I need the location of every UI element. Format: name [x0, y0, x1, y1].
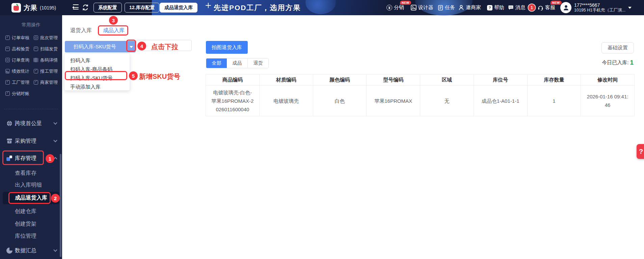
chevron-down-icon[interactable] [628, 7, 632, 10]
menu-distribution[interactable]: ¥ 分销 NEW [386, 0, 404, 15]
quick-scan-ship[interactable]: 扫描发货 [34, 43, 60, 54]
app-screen: 方果 (10195) 系统配置 12.库存配置 成品退货入库 先进POD工厂，选… [0, 0, 644, 259]
sidebar-item-create-shelf[interactable]: 创建货架 [15, 220, 36, 228]
nav-button-inventory-config[interactable]: 12.库存配置 [125, 3, 159, 13]
top-header: 方果 (10195) 系统配置 12.库存配置 成品退货入库 先进POD工厂，选… [0, 0, 644, 15]
quick-qc-inspect[interactable]: 品检验货 [5, 43, 34, 54]
avatar [560, 2, 571, 13]
barcode-icon [34, 58, 38, 62]
scan-ship-icon [34, 47, 38, 51]
nav-button-finished-return-inbound[interactable]: 成品退货入库 [160, 3, 197, 13]
quick-performance-stats[interactable]: 绩效统计 [5, 66, 34, 77]
tab-finished-inbound[interactable]: 成品入库 [103, 25, 125, 36]
menu-designer[interactable]: 设计器 [411, 0, 433, 15]
annotation-tip-frame [136, 40, 192, 51]
pie-chart-icon [6, 248, 12, 254]
refresh-icon[interactable] [82, 4, 89, 12]
cell-product-code: 电镀玻璃壳-白色-苹果16PROMAX-2026011600040 [206, 86, 260, 116]
reconcile-icon [5, 91, 10, 96]
user-phone: 177****5667 [574, 3, 625, 8]
dropdown-item-scan-sku[interactable]: 扫码入库-SKU货号 [64, 73, 130, 83]
filter-finished[interactable]: 成品 [227, 58, 248, 68]
col-location: 库位号 [474, 74, 527, 86]
filter-all[interactable]: 全部 [206, 58, 227, 68]
chevron-down-icon [53, 138, 57, 142]
person-icon [563, 4, 569, 11]
col-modified-time: 修改时间 [581, 74, 635, 86]
sparkle-icon [206, 3, 211, 8]
annotation-step3: 3 [109, 16, 118, 25]
quick-batch-manage[interactable]: 批次管理 [34, 32, 60, 43]
batch-manage-icon [34, 36, 38, 40]
quick-actions-grid: 订单审核 批次管理 品检验货 扫描发货 订单查询 条码详情 绩效统计 报工管理 … [5, 32, 60, 99]
col-material-code: 材质编码 [259, 74, 313, 86]
filter-returned[interactable]: 退货 [248, 58, 268, 68]
menu-messages[interactable]: 消息 1 [508, 0, 535, 15]
globe-icon [6, 120, 12, 126]
user-account[interactable]: 177****5667 10195 H1手机壳（工厂演... [560, 0, 632, 15]
work-report-icon [34, 69, 38, 73]
basic-settings-button[interactable]: 基础设置 [601, 42, 634, 53]
photo-return-inbound-button[interactable]: 拍图退货入库 [206, 41, 248, 54]
quick-barcode-detail[interactable]: 条码详情 [34, 54, 60, 66]
quick-order-review[interactable]: 订单审核 [5, 32, 34, 43]
sidebar-item-location-manage[interactable]: 库位管理 [15, 233, 36, 240]
sidebar-item-inventory[interactable]: 库存管理 [0, 152, 62, 164]
menu-tasks[interactable]: 任务 [438, 0, 455, 15]
sidebar-item-view-stock[interactable]: 查看库存 [15, 170, 36, 177]
merchant-manage-icon [34, 80, 38, 85]
headset-icon [538, 5, 543, 10]
quick-factory-manage[interactable]: 工厂管理 [5, 77, 34, 88]
checklist-icon [438, 5, 443, 10]
cell-stock-qty: 1 [527, 86, 581, 116]
quick-order-query[interactable]: 订单查询 [5, 54, 34, 66]
col-product-code: 商品编码 [206, 74, 260, 86]
sidebar-item-purchase[interactable]: 采购管理 [0, 135, 62, 147]
chevron-up-icon [53, 157, 57, 161]
annotation-tip-new-sku: 新增SKU货号 [139, 72, 180, 81]
chevron-down-icon [53, 121, 57, 124]
bar-chart-icon [5, 69, 10, 73]
col-color-code: 颜色编码 [313, 74, 367, 86]
scan-inbound-dropdown: 扫码入库 扫码入库-商品条码 扫码入库-SKU货号 手动添加入库 [64, 53, 130, 91]
collapse-menu-icon[interactable] [73, 4, 79, 10]
new-badge: NEW [551, 1, 562, 5]
cell-model-code: 苹果16PROMAX [367, 86, 420, 116]
quick-merchant-manage[interactable]: 商家管理 [34, 77, 60, 88]
sidebar-item-create-warehouse[interactable]: 创建仓库 [15, 208, 36, 215]
cell-location: 成品仓1-A01-1-1 [474, 86, 527, 116]
cell-color-code: 白色 [313, 86, 367, 116]
sidebar-item-inout-detail[interactable]: 出入库明细 [15, 182, 42, 189]
sidebar-item-finished-return-inbound[interactable]: 成品退货入库 [15, 194, 47, 202]
tab-return-inbound[interactable]: 退货入库 [70, 25, 92, 36]
sidebar-scrollbar[interactable] [60, 154, 61, 257]
scan-inbound-sku-button[interactable]: 扫码入库-SKU货号 [65, 41, 136, 52]
order-review-icon [5, 36, 10, 40]
message-count-badge: 1 [528, 4, 535, 11]
col-zone: 区域 [420, 74, 474, 86]
app-tenant-code: (10195) [40, 5, 56, 10]
sidebar-item-cross-border[interactable]: 跨境首公里 [0, 118, 62, 129]
question-icon: ? [487, 5, 492, 10]
dropdown-item-scan-barcode[interactable]: 扫码入库-商品条码 [64, 65, 130, 74]
dropdown-arrow-icon[interactable] [130, 46, 133, 50]
quick-distribution-reconcile[interactable]: 分销对账 [5, 88, 34, 99]
menu-invite-merchant[interactable]: 邀商家 [458, 0, 481, 15]
help-fab-button[interactable]: ? [637, 144, 644, 159]
dropdown-item-manual-add[interactable]: 手动添加入库 [64, 82, 130, 91]
menu-customer-service[interactable]: 客服 NEW [538, 0, 555, 15]
sidebar-item-data-summary[interactable]: 数据汇总 [0, 245, 62, 256]
chat-bubble-icon [508, 5, 514, 10]
order-query-icon [5, 58, 10, 62]
nav-button-system-config[interactable]: 系统配置 [93, 3, 122, 13]
sidebar: 常用操作 订单审核 批次管理 品检验货 扫描发货 订单查询 条码详情 绩效统计 … [0, 15, 62, 259]
inventory-table: 商品编码 材质编码 颜色编码 型号编码 区域 库位号 库存数量 修改时间 电镀玻… [206, 74, 635, 116]
quick-work-report[interactable]: 报工管理 [34, 66, 60, 77]
menu-help[interactable]: ? 帮助 [487, 0, 504, 15]
yen-icon: ¥ [386, 5, 392, 10]
qc-inspect-icon [5, 47, 10, 51]
main-content: 退货入库 成品入库 3 扫码入库-SKU货号 4 点击下拉 扫码入库 扫码入库-… [62, 15, 644, 259]
sidebar-divider [4, 109, 58, 109]
dropdown-item-scan-inbound[interactable]: 扫码入库 [64, 56, 130, 65]
app-title: 方果 [24, 3, 37, 13]
